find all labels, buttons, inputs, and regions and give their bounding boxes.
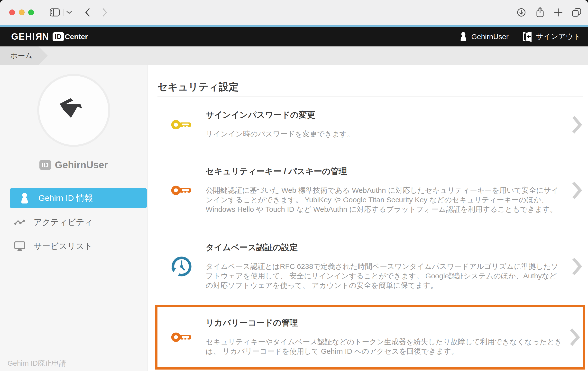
- signout-label: サインアウト: [536, 32, 581, 41]
- close-window-button[interactable]: [9, 10, 15, 15]
- card-recovery-code[interactable]: リカバリーコードの管理 セキュリティキーやタイムベース認証などのトークン生成器を…: [158, 307, 583, 367]
- key-icon: [171, 184, 192, 197]
- card-security-key[interactable]: セキュリティーキー / パスキーの管理 公開鍵認証に基づいた Web 標準技術で…: [147, 153, 588, 228]
- header-username: GehirnUser: [471, 33, 508, 41]
- share-icon[interactable]: [535, 7, 546, 18]
- card-password-change[interactable]: サインインパスワードの変更 サインイン時のパスワードを変更できます。: [147, 97, 588, 153]
- highlight-border: リカバリーコードの管理 セキュリティキーやタイムベース認証などのトークン生成器を…: [155, 305, 585, 370]
- app-header: GEHIRN ID Center GehirnUser: [0, 27, 588, 46]
- minimize-window-button[interactable]: [19, 10, 25, 15]
- clock-icon: [171, 256, 192, 277]
- gehirn-g-logo: [50, 87, 97, 134]
- key-icon: [171, 331, 192, 344]
- sidebar-item-service-list[interactable]: サービスリスト: [10, 236, 147, 257]
- logo-id-badge: ID: [52, 32, 64, 41]
- profile-id-badge: ID: [39, 160, 51, 170]
- sidebar-item-activity[interactable]: アクティビティ: [10, 212, 147, 232]
- signout-button[interactable]: サインアウト: [522, 32, 581, 42]
- browser-window: GEHIRN ID Center GehirnUser: [0, 0, 588, 371]
- sidebar-item-label: サービスリスト: [34, 241, 93, 252]
- breadcrumb: ホーム: [0, 46, 588, 65]
- account-deletion-link[interactable]: Gehirn ID廃止申請: [8, 359, 66, 368]
- person-icon: [460, 32, 467, 41]
- chevron-right-icon: [572, 115, 582, 134]
- card-time-based-auth[interactable]: タイムベース認証の設定 タイムベース認証とはRFC 6238で定義された時間ベー…: [147, 228, 588, 305]
- sidebar-item-label: アクティビティ: [34, 217, 93, 228]
- card-title: セキュリティーキー / パスキーの管理: [206, 167, 564, 175]
- card-title: リカバリーコードの管理: [206, 319, 564, 327]
- monitor-icon: [14, 241, 25, 251]
- person-icon: [19, 193, 30, 203]
- key-icon: [171, 118, 192, 131]
- logo-brand: GEHIRN: [11, 32, 49, 42]
- sidebar-chevron-down-icon[interactable]: [66, 10, 72, 14]
- back-button[interactable]: [84, 7, 91, 18]
- signout-icon: [522, 32, 532, 42]
- profile-name: GehirnUser: [55, 160, 108, 170]
- profile: ID GehirnUser: [0, 160, 147, 170]
- sidebar-toggle-icon[interactable]: [49, 8, 60, 17]
- sidebar: ID GehirnUser Gehirn ID 情報: [0, 65, 147, 371]
- logo-suffix: Center: [65, 33, 88, 41]
- breadcrumb-home[interactable]: ホーム: [0, 46, 48, 65]
- toolbar-separator: [63, 9, 63, 16]
- card-description: サインイン時のパスワードを変更できます。: [206, 129, 564, 139]
- sidebar-menu: Gehirn ID 情報 アクティビティ: [0, 188, 147, 257]
- avatar: [37, 74, 110, 147]
- header-user-menu[interactable]: GehirnUser: [460, 32, 508, 41]
- new-tab-icon[interactable]: [553, 7, 563, 18]
- chevron-right-icon: [572, 257, 582, 276]
- card-title: サインインパスワードの変更: [206, 111, 564, 119]
- sidebar-item-label: Gehirn ID 情報: [38, 192, 93, 204]
- activity-icon: [14, 219, 25, 225]
- card-description: タイムベース認証とはRFC 6238で定義された時間ベースワンタイムパスワードア…: [206, 261, 564, 290]
- card-description: 公開鍵認証に基づいた Web 標準技術である WebAuthn に対応したセキュ…: [206, 185, 564, 214]
- chevron-right-icon: [570, 328, 580, 346]
- downloads-icon[interactable]: [516, 7, 527, 18]
- forward-button[interactable]: [102, 7, 108, 18]
- card-description: セキュリティキーやタイムベース認証などのトークン生成器を紛失したり故障して利用で…: [206, 337, 564, 356]
- accent-line: [0, 25, 588, 27]
- tab-overview-icon[interactable]: [571, 7, 582, 18]
- zoom-window-button[interactable]: [28, 10, 34, 15]
- page-title: セキュリティ設定: [158, 82, 588, 92]
- window-controls: [9, 10, 34, 15]
- sidebar-item-gehirn-id-info[interactable]: Gehirn ID 情報: [10, 188, 147, 208]
- chevron-right-icon: [572, 181, 582, 200]
- gehirn-id-center-logo[interactable]: GEHIRN ID Center: [11, 32, 88, 42]
- card-title: タイムベース認証の設定: [206, 243, 564, 251]
- main-panel: セキュリティ設定 サインインパスワードの変更 サインイン時のパ: [147, 65, 588, 371]
- browser-toolbar: [0, 0, 588, 25]
